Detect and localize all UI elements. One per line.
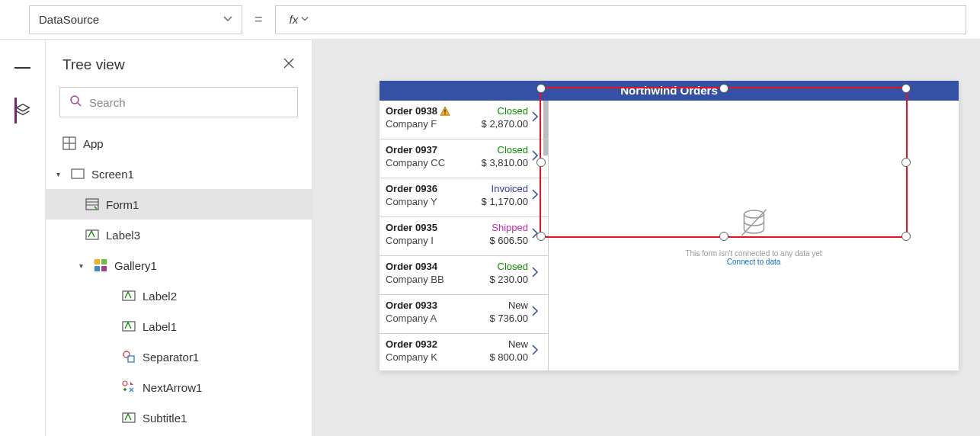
order-list-item[interactable]: Order 0937Company CCClosed$ 3,810.00 <box>380 139 548 178</box>
chevron-right-icon[interactable] <box>528 300 542 316</box>
order-company: Company I <box>386 235 469 246</box>
tree-item-label3[interactable]: Label3 <box>46 220 312 250</box>
screen-icon <box>71 167 85 181</box>
icon-group-icon <box>122 380 136 394</box>
hamburger-icon[interactable] <box>14 59 31 76</box>
tree-item-screen1[interactable]: ▾ Screen1 <box>46 159 312 189</box>
tree-item-gallery1[interactable]: ▾ Gallery1 <box>46 250 312 281</box>
form-icon <box>85 197 99 211</box>
property-dropdown[interactable]: DataSource <box>29 5 242 34</box>
property-dropdown-value: DataSource <box>39 13 99 26</box>
main-area: Tree view App ▾ Screen <box>0 40 980 436</box>
order-price: $ 2,870.00 <box>469 118 528 130</box>
order-list-item[interactable]: Order 0934Company BBClosed$ 230.00 <box>380 256 548 295</box>
app-title: Northwind Orders <box>380 81 959 101</box>
order-price: $ 736.00 <box>469 313 528 324</box>
tree-label: NextArrow1 <box>143 381 202 394</box>
order-title: Order 0934 <box>386 261 469 272</box>
connect-to-data-link[interactable]: Connect to data <box>685 258 821 266</box>
order-status: Shipped <box>469 222 528 233</box>
order-list-item[interactable]: Order 0933Company ANew$ 736.00 <box>380 295 548 334</box>
tree-item-label2[interactable]: Label2 <box>46 281 312 311</box>
tree-item-label1[interactable]: Label1 <box>46 311 312 341</box>
order-price: $ 1,170.00 <box>469 196 528 207</box>
fx-icon: fx <box>279 13 314 26</box>
order-company: Company K <box>386 351 469 363</box>
chevron-down-icon <box>223 13 232 26</box>
tree-view-rail-button[interactable] <box>14 102 31 119</box>
order-company: Company CC <box>386 157 469 168</box>
database-icon <box>735 205 772 242</box>
svg-point-0 <box>71 96 78 104</box>
order-price: $ 606.50 <box>469 235 528 246</box>
close-icon[interactable] <box>283 57 295 73</box>
tree-header: Tree view <box>46 40 312 87</box>
svg-point-21 <box>444 113 446 114</box>
app-body: Order 0938Company FClosed$ 2,870.00Order… <box>380 101 959 370</box>
order-list-item[interactable]: Order 0938Company FClosed$ 2,870.00 <box>380 101 548 139</box>
label-icon <box>122 289 136 303</box>
svg-rect-11 <box>101 259 107 264</box>
order-list-item[interactable]: Order 0935Company IShipped$ 606.50 <box>380 217 548 256</box>
empty-message: This form isn't connected to any data ye… <box>685 249 821 258</box>
chevron-right-icon[interactable] <box>528 183 542 200</box>
order-gallery[interactable]: Order 0938Company FClosed$ 2,870.00Order… <box>380 101 549 370</box>
tree-item-nextarrow1[interactable]: NextArrow1 <box>46 372 312 402</box>
form-area: This form isn't connected to any data ye… <box>549 101 959 370</box>
order-price: $ 3,810.00 <box>469 157 528 168</box>
svg-point-22 <box>744 210 764 218</box>
label-icon <box>122 411 136 425</box>
chevron-right-icon[interactable] <box>528 222 542 239</box>
svg-rect-5 <box>72 169 84 178</box>
svg-line-1 <box>78 103 81 106</box>
tree-scroll[interactable]: App ▾ Screen1 Form1 Label3 <box>46 128 312 436</box>
chevron-right-icon[interactable] <box>528 144 542 161</box>
order-price: $ 230.00 <box>469 274 528 285</box>
app-icon <box>62 136 76 150</box>
order-title: Order 0933 <box>386 300 469 311</box>
expand-icon[interactable]: ▾ <box>56 170 64 178</box>
left-rail <box>0 40 46 436</box>
tree-item-subtitle1[interactable]: Subtitle1 <box>46 402 312 433</box>
tree-item-separator1[interactable]: Separator1 <box>46 341 312 372</box>
canvas-area[interactable]: Northwind Orders Order 0938Company FClos… <box>312 40 980 436</box>
tree-title: Tree view <box>62 56 125 73</box>
tree-label: Separator1 <box>143 351 199 364</box>
tree-label: Label1 <box>143 320 177 333</box>
app-preview: Northwind Orders Order 0938Company FClos… <box>380 81 959 370</box>
order-list-item[interactable]: Order 0936Company YInvoiced$ 1,170.00 <box>380 178 548 217</box>
tree-item-form1[interactable]: Form1 <box>46 189 312 220</box>
form-empty-state: This form isn't connected to any data ye… <box>685 205 821 266</box>
tree-panel: Tree view App ▾ Screen <box>46 40 312 436</box>
formula-bar: DataSource = fx <box>0 0 980 40</box>
order-list-item[interactable]: Order 0932Company KNew$ 800.00 <box>380 334 548 370</box>
tree-label: Label3 <box>106 229 140 242</box>
svg-point-18 <box>123 381 127 386</box>
order-status: Closed <box>469 144 528 155</box>
search-box[interactable] <box>59 87 298 117</box>
chevron-right-icon[interactable] <box>528 338 542 355</box>
tree-label: App <box>83 137 104 150</box>
tree-label: Gallery1 <box>114 259 157 272</box>
formula-input[interactable]: fx <box>275 5 966 34</box>
tree-label: Screen1 <box>91 168 134 181</box>
order-company: Company BB <box>386 274 469 285</box>
order-title: Order 0937 <box>386 144 469 155</box>
search-icon <box>69 95 82 110</box>
order-price: $ 800.00 <box>469 351 528 363</box>
order-status: Closed <box>469 261 528 272</box>
order-title: Order 0932 <box>386 338 469 350</box>
chevron-right-icon[interactable] <box>528 105 542 122</box>
separator-icon <box>122 350 136 364</box>
tree-item-app[interactable]: App <box>46 128 312 159</box>
order-title: Order 0938 <box>386 105 469 117</box>
chevron-right-icon[interactable] <box>528 261 542 277</box>
search-input[interactable] <box>89 96 288 109</box>
order-company: Company Y <box>386 196 469 207</box>
svg-rect-10 <box>94 259 100 264</box>
tree-label: Form1 <box>106 198 139 211</box>
order-title: Order 0935 <box>386 222 469 233</box>
equals-label: = <box>250 11 267 27</box>
gallery-icon <box>94 258 107 272</box>
expand-icon[interactable]: ▾ <box>79 261 87 270</box>
